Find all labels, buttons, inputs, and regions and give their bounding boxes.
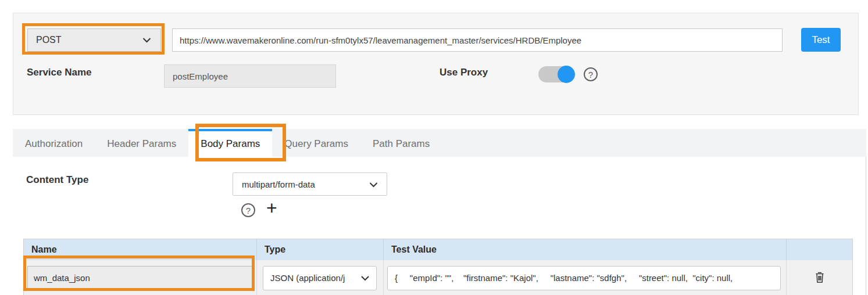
- delete-param-button[interactable]: [815, 271, 825, 285]
- table-row: wm_data_json JSON (application/j: [24, 260, 852, 295]
- use-proxy-label: Use Proxy: [440, 67, 488, 78]
- tab-body-params[interactable]: Body Params: [188, 129, 272, 157]
- add-param-icon[interactable]: +: [266, 199, 277, 217]
- column-header-name: Name: [24, 239, 257, 260]
- params-table: Name Type Test Value wm_data_json JSON (…: [23, 239, 853, 295]
- param-test-value-input[interactable]: [387, 266, 781, 290]
- chevron-down-icon: [369, 179, 378, 189]
- column-header-actions: [787, 239, 852, 260]
- service-name-field[interactable]: postEmployee: [164, 64, 336, 88]
- request-url-input[interactable]: [172, 28, 783, 52]
- param-type-select[interactable]: JSON (application/j: [263, 266, 377, 290]
- proxy-help-icon[interactable]: ?: [584, 67, 598, 81]
- tab-path-params[interactable]: Path Params: [360, 129, 442, 157]
- param-test-value-cell: [384, 260, 787, 295]
- request-config-card: POST Test Service Name postEmployee Use …: [13, 13, 859, 115]
- param-actions-cell: [787, 260, 852, 295]
- chevron-down-icon: [361, 273, 369, 283]
- column-header-test-value: Test Value: [384, 239, 787, 260]
- body-params-pane: Content Type multipart/form-data ? + Nam…: [13, 157, 866, 295]
- param-type-cell: JSON (application/j: [257, 260, 384, 295]
- toggle-thumb: [558, 66, 575, 83]
- param-name-field[interactable]: wm_data_json: [27, 266, 253, 290]
- use-proxy-toggle[interactable]: [538, 66, 574, 82]
- tab-query-params[interactable]: Query Params: [272, 129, 360, 157]
- chevron-down-icon: [142, 35, 151, 45]
- service-name-label: Service Name: [27, 67, 92, 78]
- param-name-cell: wm_data_json: [24, 260, 257, 295]
- content-type-select[interactable]: multipart/form-data: [233, 172, 387, 196]
- tab-header-params[interactable]: Header Params: [95, 129, 188, 157]
- trash-icon: [815, 276, 825, 285]
- http-method-select[interactable]: POST: [27, 28, 161, 52]
- column-header-type: Type: [257, 239, 384, 260]
- content-type-value: multipart/form-data: [242, 179, 315, 189]
- param-name-value: wm_data_json: [34, 273, 90, 283]
- tab-authorization[interactable]: Authorization: [13, 129, 95, 157]
- params-tabbar: Authorization Header Params Body Params …: [13, 129, 866, 157]
- content-type-help-icon[interactable]: ?: [241, 203, 255, 217]
- content-type-label: Content Type: [26, 174, 88, 186]
- service-name-value: postEmployee: [173, 71, 228, 81]
- param-type-value: JSON (application/j: [270, 273, 345, 283]
- http-method-value: POST: [36, 35, 62, 45]
- table-header-row: Name Type Test Value: [24, 239, 852, 260]
- test-button[interactable]: Test: [801, 28, 841, 52]
